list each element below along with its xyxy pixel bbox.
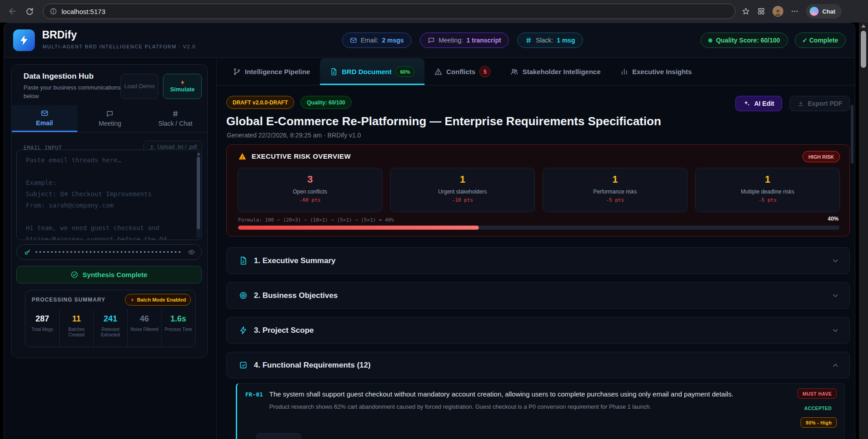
target-icon [239, 291, 248, 300]
ai-edit-label: AI Edit [754, 100, 774, 107]
users-icon [510, 68, 518, 76]
url-text: localhost:5173 [62, 8, 105, 15]
sidebar: Data Ingestion Hub Paste your business c… [4, 58, 217, 439]
requirement-id: FR-01 [245, 391, 263, 398]
tab-brd-document[interactable]: BRD Document 60% [320, 58, 424, 85]
risk-progress-track [238, 226, 839, 230]
risk-card-urgent-stakeholders: 1 Urgent stakeholders -10 pts [390, 168, 535, 212]
quality-score-pill: Quality Score: 60/100 [701, 33, 788, 48]
copilot-icon [810, 7, 819, 16]
git-branch-icon [233, 68, 241, 76]
risk-delta: -5 pts [696, 197, 839, 203]
slack-badge-label: Slack: [536, 37, 553, 44]
risk-label: Performance risks [543, 189, 687, 195]
chevron-down-icon[interactable] [831, 292, 839, 300]
risk-label: Open conflicts [238, 189, 382, 195]
scrollbar-up-arrow[interactable] [197, 153, 200, 155]
risk-score-percent: 40% [828, 216, 839, 222]
chevron-up-icon[interactable] [831, 361, 839, 369]
brdify-app: BRDify MULTI-AGENT BRD INTELLIGENCE PLAT… [4, 23, 855, 439]
profile-avatar[interactable] [773, 6, 783, 17]
check-square-icon [239, 361, 248, 369]
envelope-icon [41, 109, 48, 117]
section-business-objectives[interactable]: 2. Business Objectives [226, 282, 850, 309]
warning-triangle-icon [434, 68, 442, 76]
stat-label: Process Time [164, 327, 192, 332]
section-title: 1. Executive Summary [254, 256, 335, 265]
app-subtitle: MULTI-AGENT BRD INTELLIGENCE PLATFORM · … [43, 44, 196, 49]
api-key-field[interactable]: •••••••••••••••••••••••••••••••••••••• [16, 244, 202, 260]
tab-slack-chat[interactable]: Slack / Chat [143, 105, 208, 132]
hash-icon [525, 37, 532, 44]
tab-stakeholder-intelligence[interactable]: Stakeholder Intelligence [501, 58, 610, 85]
risk-value: 3 [238, 174, 382, 185]
main-panel: Intelligence Pipeline BRD Document 60% C… [217, 58, 855, 439]
bar-chart-icon [620, 68, 628, 76]
stat-value: 11 [72, 314, 81, 324]
stat-value: 287 [35, 314, 49, 324]
lightning-icon [130, 297, 135, 302]
bookmark-star-icon[interactable] [742, 7, 750, 15]
api-key-masked-value: •••••••••••••••••••••••••••••••••••••• [35, 249, 188, 255]
tab-label: Conflicts [446, 68, 475, 76]
tab-intelligence-pipeline[interactable]: Intelligence Pipeline [223, 58, 320, 85]
section-title: 4. Functional Requirements (12) [254, 361, 371, 370]
stat-label: Total Msgs [29, 327, 57, 332]
address-bar[interactable]: localhost:5173 [43, 4, 735, 19]
site-info-icon[interactable] [50, 8, 57, 15]
tab-email[interactable]: Email [12, 105, 77, 132]
textarea-scrollbar[interactable] [196, 151, 200, 238]
truncated-chip[interactable] [257, 433, 301, 439]
conflicts-count-badge: 5 [479, 66, 491, 77]
panel-subtitle: Paste your business communications below [24, 83, 121, 100]
synthesis-complete-button[interactable]: Synthesis Complete [16, 266, 202, 283]
eye-icon[interactable] [188, 249, 195, 256]
refresh-icon[interactable] [25, 7, 34, 16]
main-tabbar: Intelligence Pipeline BRD Document 60% C… [217, 58, 855, 85]
email-paste-textarea[interactable] [16, 150, 202, 240]
export-pdf-button[interactable]: Export PDF [790, 96, 850, 111]
ai-edit-button[interactable]: AI Edit [735, 96, 782, 111]
scrollbar-thumb[interactable] [197, 157, 200, 229]
back-icon[interactable] [8, 7, 17, 16]
warning-triangle-icon [238, 152, 247, 160]
batch-mode-badge: Batch Mode Enabled [125, 294, 191, 306]
document-icon [330, 68, 338, 76]
stat-label: Relevant Extracted [96, 327, 124, 338]
document-title: Global E-Commerce Re-Platforming — Enter… [226, 114, 661, 128]
collections-icon[interactable] [757, 7, 765, 15]
tab-meeting[interactable]: Meeting [77, 105, 143, 132]
slack-count-badge: Slack: 1 msg [517, 33, 583, 48]
section-functional-requirements[interactable]: 4. Functional Requirements (12) [226, 352, 850, 378]
risk-formula: Formula: 100 − (20×3) − (10×1) − (5×1) −… [238, 217, 394, 223]
check-circle-icon [71, 271, 78, 279]
complete-text: ✓ Complete [802, 37, 838, 44]
tab-conflicts[interactable]: Conflicts 5 [424, 58, 501, 85]
section-executive-summary[interactable]: 1. Executive Summary [226, 247, 850, 274]
app-header: BRDify MULTI-AGENT BRD INTELLIGENCE PLAT… [4, 23, 855, 58]
scrollbar-thumb[interactable] [861, 31, 866, 68]
quality-score-text: Quality Score: 60/100 [716, 37, 780, 44]
section-project-scope[interactable]: 3. Project Scope [226, 317, 850, 344]
data-ingestion-panel: Data Ingestion Hub Paste your business c… [11, 64, 208, 358]
stat-value: 1.6s [170, 314, 186, 324]
load-demo-button[interactable]: Load Demo [120, 74, 158, 99]
copilot-chat-button[interactable]: Chat [806, 4, 842, 19]
requirement-text: The system shall support guest checkout … [269, 390, 763, 398]
simulate-label: Simulate [170, 85, 195, 94]
hash-icon [172, 110, 179, 118]
tab-meeting-label: Meeting [99, 120, 121, 127]
browser-scrollbar[interactable] [859, 23, 868, 439]
content-scrollbar-thumb[interactable] [851, 105, 854, 164]
chevron-down-icon[interactable] [831, 257, 839, 265]
tab-executive-insights[interactable]: Executive Insights [610, 58, 702, 85]
chevron-down-icon[interactable] [831, 326, 839, 335]
simulate-button[interactable]: Simulate [163, 74, 202, 99]
tab-label: Intelligence Pipeline [245, 68, 310, 76]
requirement-row-fr-01[interactable]: FR-01 The system shall support guest che… [236, 383, 844, 439]
scrollbar-up-arrow[interactable] [861, 24, 866, 28]
risk-value: 1 [696, 174, 839, 185]
browser-menu-icon[interactable] [791, 7, 799, 15]
risk-value: 1 [391, 174, 534, 185]
stat-label: Noise Filtered [130, 327, 158, 332]
